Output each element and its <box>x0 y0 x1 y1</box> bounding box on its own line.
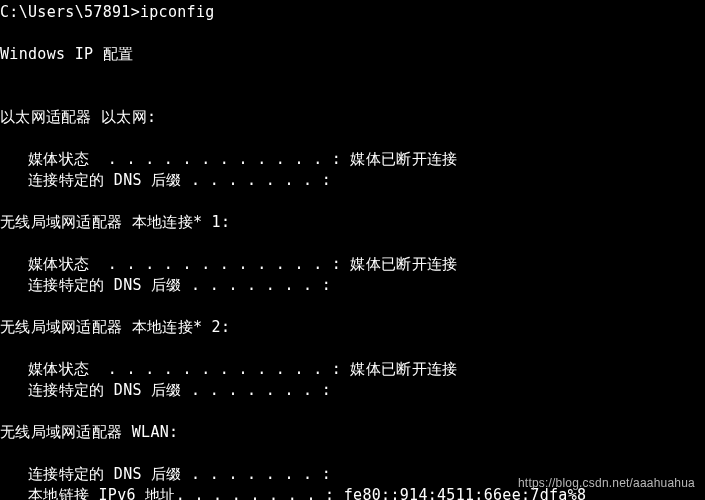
terminal-output: C:\Users\57891>ipconfig Windows IP 配置 以太… <box>0 2 705 500</box>
terminal-window[interactable]: C:\Users\57891>ipconfig Windows IP 配置 以太… <box>0 0 705 500</box>
watermark-text: https://blog.csdn.net/aaahuahua <box>518 473 695 494</box>
